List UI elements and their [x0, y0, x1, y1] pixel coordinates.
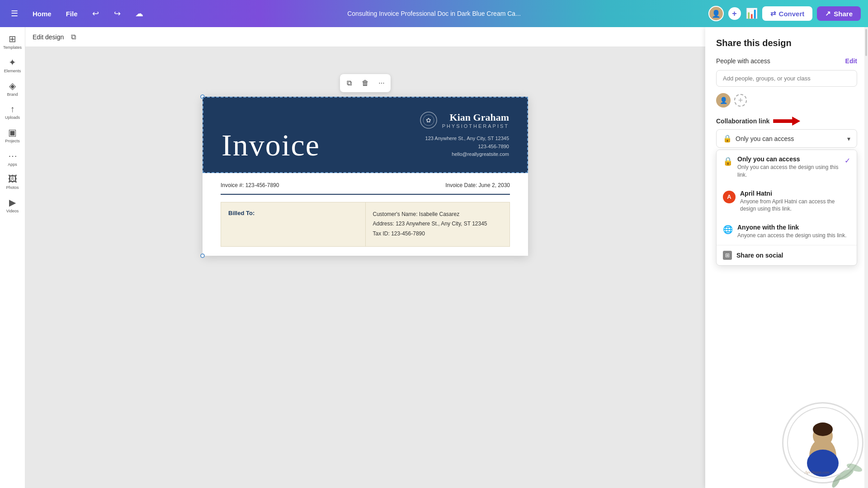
anyone-title: Anyone with the link	[737, 224, 850, 231]
only-you-desc: Only you can access the design using thi…	[737, 164, 840, 179]
scrollbar-thumb[interactable]	[865, 29, 867, 56]
invoice-meta: Invoice #: 123-456-7890 Invoice Date: Ju…	[221, 182, 510, 195]
sidebar-item-apps[interactable]: ⋯ Apps	[2, 148, 24, 169]
copy-button[interactable]: ⧉	[342, 76, 356, 90]
undo-button[interactable]: ↩	[89, 6, 103, 21]
share-icon: ↗	[825, 9, 831, 18]
redo-button[interactable]: ↪	[110, 6, 125, 21]
sidebar-item-projects[interactable]: ▣ Projects	[2, 124, 24, 146]
table-row: Billed To: Customer's Name: Isabelle Cas…	[221, 202, 510, 246]
sidebar-item-elements[interactable]: ✦ Elements	[2, 54, 24, 76]
more-options-button[interactable]: ···	[374, 76, 389, 90]
sidebar-uploads-label: Uploads	[5, 115, 20, 120]
globe-icon: 🌐	[723, 225, 733, 235]
add-person-button[interactable]: +	[734, 94, 747, 107]
invoice-date: Invoice Date: June 2, 2030	[445, 182, 510, 188]
avatar-row: 👤 +	[716, 93, 857, 108]
edit-design-label: Edit design	[33, 33, 64, 41]
dropdown-item-april[interactable]: A April Hatni Anyone from April Hatni ca…	[717, 184, 857, 219]
collab-selected-value[interactable]: 🔒 Only you can access ▾	[717, 130, 857, 147]
sidebar-apps-label: Apps	[8, 162, 17, 167]
april-title: April Hatni	[740, 190, 850, 197]
add-people-input[interactable]	[716, 70, 857, 87]
cloud-save-button[interactable]: ☁	[132, 6, 146, 21]
check-icon: ✓	[844, 156, 850, 165]
share-title: Share this design	[716, 38, 857, 48]
company-title: PHYSIOTHERAPIST	[442, 123, 509, 129]
company-logo: ✿ Kian Graham PHYSIOTHERAPIST	[420, 111, 509, 129]
invoice-number: Invoice #: 123-456-7890	[221, 182, 279, 188]
share-button[interactable]: ↗ Share	[817, 6, 861, 21]
lock-icon: 🔒	[723, 134, 732, 143]
sidebar-projects-label: Projects	[5, 139, 20, 143]
company-name: Kian Graham	[442, 112, 509, 123]
delete-button[interactable]: 🗑	[358, 76, 373, 90]
sidebar-item-templates[interactable]: ⊞ Templates	[2, 31, 24, 52]
sidebar-brand-label: Brand	[7, 92, 18, 97]
projects-icon: ▣	[8, 127, 17, 138]
doc-title: Consulting Invoice Professional Doc in D…	[347, 10, 521, 17]
share-social-item[interactable]: ⊞ Share on social	[717, 245, 857, 265]
videos-icon: ▶	[9, 197, 16, 208]
april-content: April Hatni Anyone from April Hatni can …	[740, 190, 850, 213]
company-address: 123 Anywhere St., Any City, ST 12345 123…	[420, 135, 509, 159]
customer-info: Customer's Name: Isabelle Casarez Addres…	[373, 210, 503, 239]
dropdown-item-only-you[interactable]: 🔒 Only you can access Only you can acces…	[717, 150, 857, 184]
user-avatar: 👤	[716, 93, 731, 108]
uploads-icon: ↑	[10, 104, 15, 114]
billed-table: Billed To: Customer's Name: Isabelle Cas…	[221, 202, 510, 247]
canvas-area: ⧉ 🗑 ··· ✿ K	[25, 47, 705, 488]
float-toolbar: ⧉ 🗑 ···	[340, 74, 391, 92]
selection-handle-bl[interactable]	[200, 253, 205, 258]
billed-to-cell: Billed To:	[221, 202, 366, 246]
invoice-body: Invoice #: 123-456-7890 Invoice Date: Ju…	[203, 173, 528, 256]
sidebar-templates-label: Templates	[3, 45, 22, 50]
share-label: Share	[834, 10, 853, 18]
file-nav[interactable]: File	[62, 8, 81, 19]
edit-access-link[interactable]: Edit	[845, 57, 857, 65]
avatar[interactable]: 👤	[708, 6, 724, 21]
sidebar-videos-label: Videos	[6, 209, 19, 213]
sidebar-item-uploads[interactable]: ↑ Uploads	[2, 101, 24, 122]
logo-icon: ✿	[420, 111, 438, 129]
company-address-line3: hello@reallygreatsite.com	[420, 150, 509, 159]
sidebar-item-videos[interactable]: ▶ Videos	[2, 194, 24, 216]
people-access-label: People with access	[716, 57, 770, 65]
elements-icon: ✦	[9, 57, 16, 68]
lock-option-icon: 🔒	[723, 156, 733, 166]
people-access-section: People with access Edit	[716, 57, 857, 65]
invoice-header: ✿ Kian Graham PHYSIOTHERAPIST 123 Anywhe…	[203, 97, 528, 173]
company-info: ✿ Kian Graham PHYSIOTHERAPIST 123 Anywhe…	[420, 111, 509, 159]
invoice-title: Invoice	[222, 127, 320, 163]
anyone-desc: Anyone can access the design using this …	[737, 232, 850, 239]
april-desc: Anyone from April Hatni can access the d…	[740, 198, 850, 213]
company-address-line2: 123-456-7890	[420, 143, 509, 151]
analytics-button[interactable]: 📊	[745, 8, 758, 19]
selected-option-label: Only you can access	[736, 135, 794, 142]
collab-dropdown[interactable]: 🔒 Only you can access ▾	[716, 129, 857, 148]
dropdown-item-anyone[interactable]: 🌐 Anyone with the link Anyone can access…	[717, 218, 857, 245]
share-panel: Share this design People with access Edi…	[705, 27, 868, 488]
customer-address: Address: 123 Anywhere St., Any City, ST …	[373, 219, 503, 229]
april-avatar-icon: A	[723, 191, 736, 203]
topbar-left: ☰ Home File ↩ ↪ ☁	[7, 6, 146, 21]
only-you-title: Only you can access	[737, 155, 840, 163]
add-collaborator-button[interactable]: +	[728, 7, 741, 20]
menu-button[interactable]: ☰	[7, 6, 22, 21]
company-address-line1: 123 Anywhere St., Any City, ST 12345	[420, 135, 509, 143]
customer-name: Customer's Name: Isabelle Casarez	[373, 210, 503, 220]
document: ✿ Kian Graham PHYSIOTHERAPIST 123 Anywhe…	[203, 97, 528, 256]
sidebar-item-brand[interactable]: ◈ Brand	[2, 78, 24, 99]
sidebar-photos-label: Photos	[6, 185, 19, 190]
home-nav[interactable]: Home	[29, 8, 55, 19]
apps-icon: ⋯	[8, 150, 17, 161]
topbar: ☰ Home File ↩ ↪ ☁ Consulting Invoice Pro…	[0, 0, 868, 27]
topbar-right: 👤 + 📊 ⇄ Convert ↗ Share	[708, 6, 861, 21]
templates-icon: ⊞	[9, 33, 16, 44]
panel-scrollbar[interactable]	[864, 27, 868, 488]
duplicate-toolbar-button[interactable]: ⧉	[69, 31, 78, 43]
customer-tax: Tax ID: 123-456-7890	[373, 229, 503, 239]
convert-button[interactable]: ⇄ Convert	[762, 6, 813, 21]
sidebar-item-photos[interactable]: 🖼 Photos	[2, 171, 24, 192]
sidebar-elements-label: Elements	[4, 69, 21, 73]
